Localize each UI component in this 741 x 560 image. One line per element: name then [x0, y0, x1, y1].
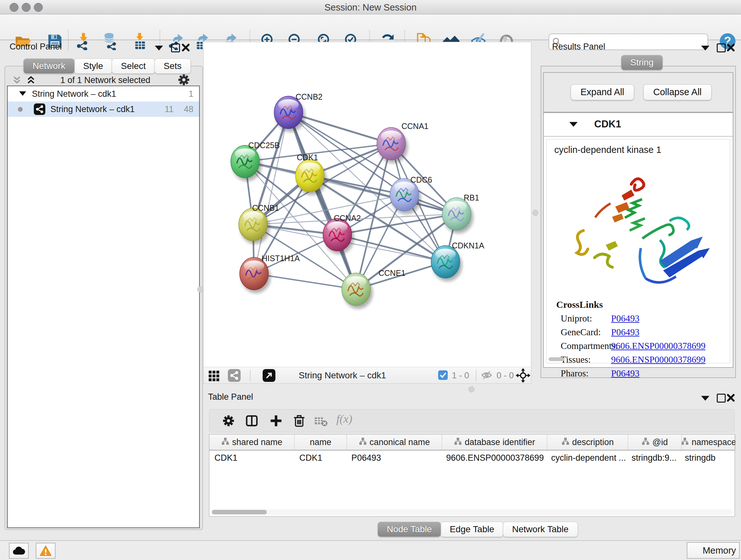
import-table-file-button[interactable]	[131, 32, 149, 50]
column-network-icon	[642, 437, 650, 448]
network-node-CCNE1[interactable]: CCNE1	[342, 268, 406, 309]
results-panel-float-icon[interactable]	[717, 44, 726, 54]
collection-expander-icon[interactable]	[19, 91, 26, 96]
table-hscrollbar[interactable]	[211, 509, 733, 515]
network-edge-CCNB2-HIST1H1A[interactable]	[254, 112, 288, 273]
table-hscrollbar-thumb[interactable]	[212, 510, 267, 514]
network-node-CCNA1[interactable]: CCNA1	[377, 122, 428, 163]
table-cell[interactable]: stringdb	[680, 450, 733, 465]
tab-sets[interactable]: Sets	[154, 58, 191, 74]
tab-style[interactable]: Style	[74, 58, 112, 74]
network-canvas[interactable]: CCNB2CCNA1CDC25BCDK1CDC6RB1CCNB1CCNA2CDK…	[203, 42, 531, 367]
tab-network-table[interactable]: Network Table	[503, 522, 578, 537]
table-panel-menu-icon[interactable]	[701, 396, 710, 402]
column-header-shared-name[interactable]: shared name	[209, 435, 294, 450]
table-cell[interactable]: P06493	[346, 450, 441, 465]
window-title: Session: New Session	[0, 2, 741, 13]
table-cell[interactable]: 9606.ENSP00000378699	[441, 450, 546, 465]
expand-all-button[interactable]: Expand All	[570, 84, 634, 100]
table-cell[interactable]: CDK1	[294, 450, 346, 465]
crosslink-label: Tissues:	[561, 354, 611, 365]
birds-eye-view-icon[interactable]	[208, 369, 220, 383]
control-panel-close-icon[interactable]	[181, 43, 190, 53]
column-header-name[interactable]: name	[294, 435, 347, 450]
node-label: CCNA2	[334, 213, 361, 223]
import-network-file-button[interactable]	[74, 32, 92, 50]
column-header-database-identifier[interactable]: database identifier	[442, 435, 547, 450]
crosslink-label: GeneCard:	[561, 327, 611, 337]
node-label: CCNA1	[401, 122, 428, 131]
pan-crosshair-icon[interactable]	[516, 368, 530, 384]
crosslink-link[interactable]: P06493	[611, 313, 639, 324]
table-toolbar: f(x)	[209, 409, 735, 432]
tab-node-table[interactable]: Node Table	[378, 522, 441, 537]
memory-button[interactable]: Memory	[687, 542, 740, 559]
table-cell[interactable]: stringdb:9...	[626, 450, 680, 465]
toolbar-separator	[68, 30, 69, 51]
column-header-@id[interactable]: @id	[628, 435, 682, 450]
network-node-CCNB2[interactable]: CCNB2	[274, 92, 323, 132]
table-panel-close-icon[interactable]	[726, 393, 735, 403]
import-network-database-button[interactable]	[102, 32, 119, 50]
tab-select[interactable]: Select	[112, 58, 155, 74]
network-row-selected[interactable]: String Network – cdk1 11 48	[8, 102, 199, 117]
results-panel-close-icon[interactable]	[726, 43, 735, 53]
warning-status-button[interactable]	[36, 543, 56, 559]
column-header-canonical-name[interactable]: canonical name	[347, 435, 442, 450]
network-edge-CDK1-RB1[interactable]	[310, 176, 457, 214]
crosslink-row: Compartments:9606.ENSP00000378699	[561, 341, 725, 351]
table-cell[interactable]: CDK1	[209, 450, 294, 465]
main-toolbar: ?	[0, 14, 741, 40]
results-content: CDK1 cyclin-dependent kinase 1	[543, 112, 733, 368]
results-panel-menu-icon[interactable]	[701, 46, 710, 52]
selected-nodes-checkbox[interactable]	[438, 370, 448, 380]
control-panel-menu-icon[interactable]	[155, 46, 163, 52]
results-hscrollbar[interactable]	[549, 357, 564, 361]
delete-column-trash-icon[interactable]	[292, 414, 306, 428]
add-column-icon[interactable]	[269, 414, 283, 429]
open-in-window-icon[interactable]	[263, 369, 275, 383]
table-settings-gear-icon[interactable]	[222, 415, 235, 428]
left-splitter-handle[interactable]	[197, 287, 203, 293]
network-node-CDKN1A[interactable]: CDKN1A	[431, 241, 484, 281]
cloud-status-button[interactable]	[9, 543, 29, 559]
collapse-all-button[interactable]: Collapse All	[643, 84, 712, 100]
control-panel-float-icon[interactable]	[171, 44, 180, 54]
network-options-gear-icon[interactable]	[178, 73, 190, 87]
protein-expander-icon[interactable]	[569, 122, 578, 127]
protein-name: CDK1	[594, 118, 621, 130]
network-edge-count: 48	[184, 102, 193, 117]
node-label: HIST1H1A	[262, 254, 300, 263]
column-header-description[interactable]: description	[547, 435, 628, 450]
network-node-HIST1H1A[interactable]: HIST1H1A	[240, 254, 300, 293]
crosslink-link[interactable]: 9606.ENSP00000378699	[611, 354, 705, 365]
network-view-title: String Network – cdk1	[299, 370, 386, 381]
network-share-icon[interactable]	[228, 369, 241, 383]
tab-string[interactable]: String	[621, 55, 662, 70]
column-network-icon	[561, 437, 569, 448]
crosslinks-section: CrossLinks Uniprot:P06493GeneCard:P06493…	[556, 299, 725, 382]
table-cell[interactable]: cyclin-dependent ...	[546, 450, 626, 465]
network-node-RB1[interactable]: RB1	[442, 193, 479, 233]
control-panel-tabs: NetworkStyleSelectSets	[23, 58, 190, 74]
crosslink-link[interactable]: P06493	[611, 327, 639, 337]
network-collection-row[interactable]: String Network – cdk1 1	[8, 86, 199, 102]
crosslink-link[interactable]: P06493	[611, 368, 639, 379]
protein-description: cyclin-dependent kinase 1	[547, 139, 730, 155]
table-panel-float-icon[interactable]	[717, 394, 726, 404]
expand-all-networks-icon[interactable]	[25, 75, 37, 87]
right-splitter-handle[interactable]	[532, 210, 538, 216]
crosslink-row: Tissues:9606.ENSP00000378699	[561, 354, 725, 365]
divider	[250, 370, 251, 381]
network-node-CDK1[interactable]: CDK1	[295, 153, 327, 195]
tab-network[interactable]: Network	[23, 58, 75, 74]
bottom-splitter-handle[interactable]	[468, 386, 475, 392]
crosslink-link[interactable]: 9606.ENSP00000378699	[611, 341, 705, 351]
show-columns-icon[interactable]	[245, 414, 259, 429]
tab-edge-table[interactable]: Edge Table	[441, 522, 503, 537]
protein-section-header[interactable]: CDK1	[544, 113, 733, 137]
function-builder-icon: f(x)	[336, 412, 352, 426]
column-header-namespace[interactable]: namespace	[682, 435, 736, 450]
selected-count: 1 - 0	[452, 371, 469, 381]
collapse-all-networks-icon[interactable]	[11, 75, 22, 87]
